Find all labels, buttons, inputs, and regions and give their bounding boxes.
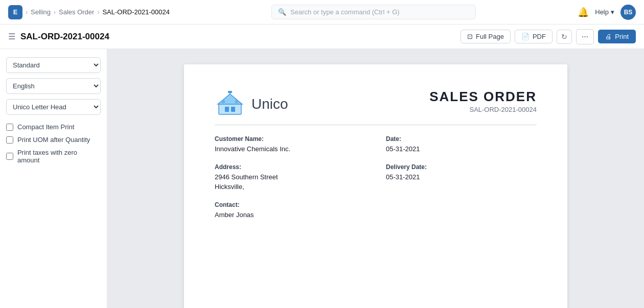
printer-icon: 🖨 (605, 33, 612, 40)
full-page-button[interactable]: ⊡ Full Page (461, 30, 511, 43)
full-page-label: Full Page (476, 33, 504, 40)
doc-divider (215, 125, 537, 125)
subtoolbar: ☰ SAL-ORD-2021-00024 ⊡ Full Page 📄 PDF ↻… (0, 25, 644, 49)
breadcrumb-current: SAL-ORD-2021-00024 (102, 8, 170, 16)
sep2: › (54, 9, 56, 16)
sep3: › (97, 9, 99, 16)
doc-logo: Unico (215, 89, 288, 120)
address-line2: Hicksville, (215, 183, 244, 191)
delivery-date-field: Delivery Date: 05-31-2021 (386, 163, 537, 182)
menu-icon[interactable]: ☰ (8, 32, 15, 41)
logo-text: Unico (251, 96, 288, 112)
compact-item-print-label[interactable]: Compact Item Print (6, 123, 101, 131)
date-value: 05-31-2021 (386, 144, 537, 154)
refresh-button[interactable]: ↻ (557, 30, 572, 44)
print-uom-text: Print UOM after Quantity (17, 136, 90, 144)
svg-rect-5 (235, 100, 238, 103)
letterhead-select[interactable]: Unico Letter Head (6, 99, 101, 115)
doc-title-block: SALES ORDER SAL-ORD-2021-00024 (429, 89, 537, 113)
topbar: E › Selling › Sales Order › SAL-ORD-2021… (0, 0, 644, 25)
contact-value: Amber Jonas (215, 210, 365, 220)
print-label: Print (615, 33, 629, 40)
breadcrumb-area: E › Selling › Sales Order › SAL-ORD-2021… (8, 5, 170, 19)
chevron-down-icon: ▾ (611, 8, 614, 16)
language-select[interactable]: English (6, 78, 101, 94)
checkbox-group: Compact Item Print Print UOM after Quant… (6, 123, 101, 164)
svg-rect-4 (222, 100, 225, 103)
print-taxes-label[interactable]: Print taxes with zero amount (6, 149, 101, 164)
pdf-button[interactable]: 📄 PDF (515, 30, 553, 43)
subtoolbar-left: ☰ SAL-ORD-2021-00024 (8, 32, 109, 42)
print-taxes-checkbox[interactable] (6, 153, 13, 160)
delivery-date-label: Delivery Date: (386, 163, 537, 171)
notification-button[interactable]: 🔔 (578, 7, 589, 18)
address-line1: 2946 Southern Street (215, 173, 278, 181)
app-icon[interactable]: E (8, 5, 22, 19)
customer-name-field: Customer Name: Innovative Chemicals Inc. (215, 135, 365, 154)
more-button[interactable]: ··· (576, 29, 594, 44)
address-label: Address: (215, 163, 365, 171)
breadcrumb-sales-order[interactable]: Sales Order (59, 8, 94, 16)
doc-left-col: Customer Name: Innovative Chemicals Inc.… (215, 135, 365, 229)
main-layout: Standard English Unico Letter Head Compa… (0, 49, 644, 308)
search-icon: 🔍 (278, 8, 286, 16)
contact-field: Contact: Amber Jonas (215, 201, 365, 220)
print-taxes-text: Print taxes with zero amount (17, 149, 101, 164)
customer-name-value: Innovative Chemicals Inc. (215, 144, 365, 154)
svg-rect-7 (228, 91, 232, 93)
document-area: Unico SALES ORDER SAL-ORD-2021-00024 Cus… (107, 49, 644, 308)
contact-label: Contact: (215, 201, 365, 208)
breadcrumb-selling[interactable]: Selling (31, 8, 51, 16)
order-id-heading: SAL-ORD-2021-00024 (429, 106, 537, 113)
compact-item-print-checkbox[interactable] (6, 124, 13, 131)
search-area[interactable]: 🔍 Search or type a command (Ctrl + G) (271, 5, 476, 19)
doc-right-col: Date: 05-31-2021 Delivery Date: 05-31-20… (386, 135, 537, 229)
svg-rect-0 (219, 103, 241, 114)
full-page-icon: ⊡ (467, 33, 473, 40)
customer-name-label: Customer Name: (215, 135, 365, 143)
subtoolbar-right: ⊡ Full Page 📄 PDF ↻ ··· 🖨 Print (461, 29, 636, 44)
print-uom-checkbox[interactable] (6, 136, 13, 144)
date-field: Date: 05-31-2021 (386, 135, 537, 154)
address-value: 2946 Southern Street Hicksville, (215, 172, 365, 192)
order-type-heading: SALES ORDER (429, 89, 537, 105)
svg-rect-3 (231, 107, 235, 112)
date-label: Date: (386, 135, 537, 143)
document-paper: Unico SALES ORDER SAL-ORD-2021-00024 Cus… (184, 64, 567, 308)
pdf-label: PDF (533, 33, 546, 40)
print-uom-label[interactable]: Print UOM after Quantity (6, 136, 101, 144)
pdf-icon: 📄 (521, 33, 530, 40)
print-button[interactable]: 🖨 Print (598, 30, 636, 43)
help-button[interactable]: Help ▾ (595, 8, 614, 16)
document-title: SAL-ORD-2021-00024 (20, 32, 109, 42)
format-select[interactable]: Standard (6, 57, 101, 73)
sidebar: Standard English Unico Letter Head Compa… (0, 49, 107, 308)
compact-item-print-text: Compact Item Print (17, 123, 74, 131)
avatar[interactable]: BS (620, 5, 636, 20)
search-placeholder: Search or type a command (Ctrl + G) (290, 8, 400, 16)
doc-fields: Customer Name: Innovative Chemicals Inc.… (215, 135, 537, 229)
delivery-date-value: 05-31-2021 (386, 172, 537, 182)
topbar-right: 🔔 Help ▾ BS (578, 5, 636, 20)
sep1: › (26, 9, 28, 16)
svg-marker-1 (218, 94, 242, 104)
address-field: Address: 2946 Southern Street Hicksville… (215, 163, 365, 192)
help-label: Help (595, 8, 609, 16)
logo-svg-icon (215, 89, 245, 120)
svg-rect-2 (225, 107, 229, 112)
search-bar[interactable]: 🔍 Search or type a command (Ctrl + G) (271, 5, 476, 19)
